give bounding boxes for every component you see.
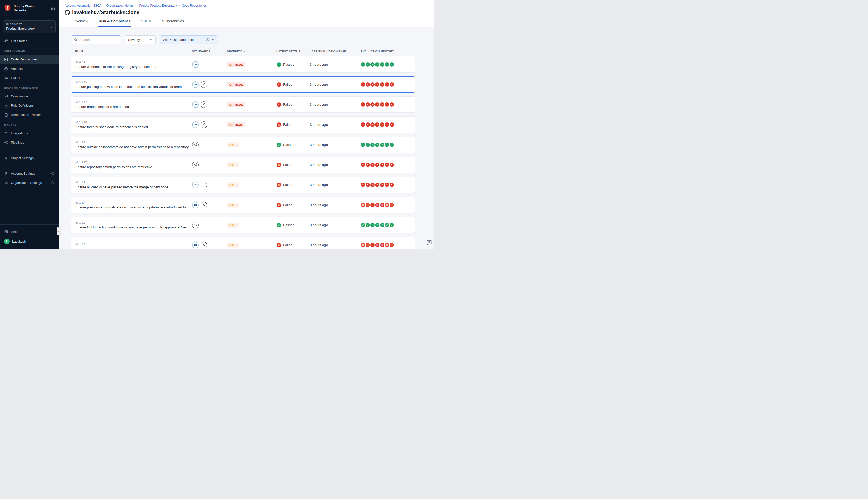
breadcrumb-item[interactable]: Code Repositories — [182, 4, 207, 7]
severity-badge: HIGH — [227, 243, 239, 248]
history-fail-icon: ✕ — [385, 243, 389, 247]
table-row[interactable]: Id: 1.1.5 CIS HIGH ✕Failed 3 hours ago ✕… — [71, 237, 415, 250]
status-filter[interactable]: All: Passed and Failed — [160, 35, 218, 44]
column-header-latest-status[interactable]: LATEST STATUS — [276, 50, 310, 53]
table-row[interactable]: Id: 1.1.16Ensure force pushes code to br… — [71, 117, 415, 133]
tab-sbom[interactable]: SBOM — [141, 19, 152, 27]
severity-filter[interactable]: Severity — [125, 35, 156, 44]
column-header-rule[interactable]: RULE — [71, 50, 192, 53]
nav-section-label: MANAGE — [0, 120, 59, 129]
rule-id: Id: 1.1.4 — [75, 201, 190, 204]
search-box[interactable] — [71, 35, 121, 44]
project-selector[interactable]: PROJECT Product Exploratory — [3, 20, 56, 33]
app-window: Supply Chain Security PROJECT Product Ex… — [0, 0, 434, 250]
status-fail-icon: ✕ — [277, 183, 281, 187]
history-fail-icon: ✕ — [385, 203, 389, 207]
sidebar-item-rule-definitions[interactable]: Rule Definitions — [0, 101, 59, 110]
status-pass-icon: ✓ — [277, 223, 281, 228]
evaluation-history: ✓✓✓✓✓✓✓ — [361, 62, 415, 66]
help-chat-icon — [4, 230, 8, 234]
filters-row: Severity All: Passed and Failed — [71, 35, 434, 44]
tab-overview[interactable]: Overview — [73, 19, 89, 27]
table-row[interactable]: Id: 1.1.9Ensure all checks have passed b… — [71, 177, 415, 193]
history-fail-icon: ✕ — [366, 243, 370, 247]
breadcrumb-separator-icon: › — [136, 4, 137, 7]
sidebar-item-project-settings[interactable]: Project Settings — [0, 153, 59, 163]
table-row[interactable]: Id: 1.2.21Ensure outside collaborators d… — [71, 136, 415, 153]
evaluation-history: ✕✕✕✕✕✕✕ — [361, 203, 415, 207]
paper-plane-standard-badge — [192, 142, 199, 148]
divider — [0, 150, 59, 150]
standards-cell: CIS — [192, 242, 227, 248]
pipelines-icon — [4, 141, 8, 145]
remediation-icon — [4, 113, 8, 117]
sidebar-collapse-handle[interactable]: ‹ — [57, 228, 61, 235]
sidebar-item-remediation-tracker[interactable]: Remediation Tracker — [0, 110, 59, 120]
table-row[interactable]: Id: 1.2.17Ensure repository action permi… — [71, 157, 415, 173]
table-row[interactable]: Id: 1.1.17Ensure branch deletions are de… — [71, 96, 415, 113]
breadcrumb-item[interactable]: Project: Product Exploratory — [140, 4, 177, 7]
severity-badge: HIGH — [227, 182, 239, 187]
table-row[interactable]: Id: 1.1.15Ensure pushing of new code is … — [71, 76, 415, 93]
status-label: Passed — [283, 143, 294, 147]
status-fail-icon: ✕ — [277, 243, 281, 247]
status-label: Failed — [283, 243, 292, 247]
sidebar-item-code-repositories[interactable]: Code Repositories — [0, 55, 59, 64]
content: Severity All: Passed and Failed RULESTAN… — [59, 27, 434, 250]
sidebar-item-get-started[interactable]: Get Started — [0, 36, 59, 46]
severity-badge: CRITICAL — [227, 62, 245, 67]
artifact-icon — [4, 67, 8, 71]
info-icon — [51, 181, 55, 184]
history-fail-icon: ✕ — [380, 183, 384, 187]
breadcrumb-item[interactable]: Account: Automation-SSCA — [64, 4, 101, 7]
history-pass-icon: ✓ — [361, 62, 365, 66]
table-row[interactable]: Id: 4.3.4Ensure webhooks of the package … — [71, 56, 415, 73]
rule-id: Id: 4.3.4 — [75, 61, 190, 63]
column-header-standards[interactable]: STANDARDS — [192, 50, 227, 53]
sidebar-item-account-settings[interactable]: Account Settings — [0, 169, 59, 178]
apps-grid-icon[interactable] — [51, 6, 55, 10]
sidebar-item-compliance[interactable]: Compliance — [0, 92, 59, 101]
status-cell: ✕Failed — [277, 163, 310, 167]
column-header-last-evaluation-time[interactable]: LAST EVALUATION TIME — [310, 50, 361, 53]
sidebar-item-pipelines[interactable]: Pipelines — [0, 138, 59, 147]
evaluation-history: ✕✕✕✕✕✕✕ — [361, 82, 415, 87]
tab-vulnerabilities[interactable]: Vulnerabilities — [161, 19, 184, 27]
clear-filter-icon[interactable] — [206, 38, 209, 42]
status-label: Passed — [283, 223, 294, 227]
column-header-evaluation-history[interactable]: EVALUATION HISTORY — [361, 50, 415, 53]
sidebar-item-help[interactable]: Help — [0, 227, 59, 236]
table-row[interactable]: Id: 1.1.4Ensure previous approvals are d… — [71, 197, 415, 213]
breadcrumb-item[interactable]: Organization: default — [107, 4, 134, 7]
user-menu[interactable]: L Lavakush — [0, 236, 59, 246]
history-fail-icon: ✕ — [361, 183, 365, 187]
chat-help-fab[interactable] — [426, 240, 433, 246]
table-row[interactable]: Id: 1.2.9Ensure GitHub action workflows … — [71, 217, 415, 233]
sidebar: Supply Chain Security PROJECT Product Ex… — [0, 0, 59, 250]
cis-standard-badge: CIS — [192, 61, 199, 68]
history-pass-icon: ✓ — [380, 223, 384, 227]
sidebar-item-ci-cd[interactable]: CI/CD — [0, 73, 59, 83]
tab-risk-compliance[interactable]: Risk & Compliance — [98, 19, 131, 27]
severity-badge: HIGH — [227, 203, 239, 208]
paper-plane-standard-badge — [201, 121, 207, 128]
column-header-severity[interactable]: SEVERITY — [227, 50, 276, 53]
rule-text: Ensure repository action permissions are… — [75, 165, 190, 169]
evaluation-history: ✓✓✓✓✓✓✓ — [361, 223, 415, 227]
sidebar-item-artifacts[interactable]: Artifacts — [0, 64, 59, 73]
history-pass-icon: ✓ — [361, 223, 365, 227]
search-input[interactable] — [80, 38, 118, 42]
cis-standard-badge: CIS — [192, 81, 199, 88]
status-fail-icon: ✕ — [277, 122, 281, 127]
history-fail-icon: ✕ — [380, 203, 384, 207]
project-name: Product Exploratory — [6, 27, 49, 31]
sidebar-item-organization-settings[interactable]: Organization Settings — [0, 178, 59, 187]
evaluation-time: 3 hours ago — [310, 163, 361, 167]
rule-id: Id: 1.2.9 — [75, 221, 190, 224]
history-fail-icon: ✕ — [380, 82, 384, 87]
history-fail-icon: ✕ — [385, 122, 389, 127]
sidebar-item-integrations[interactable]: Integrations — [0, 129, 59, 138]
cis-standard-badge: CIS — [192, 242, 199, 248]
rule-text: Ensure webhooks of the package registry … — [75, 65, 190, 69]
standards-cell: CIS — [192, 81, 227, 88]
